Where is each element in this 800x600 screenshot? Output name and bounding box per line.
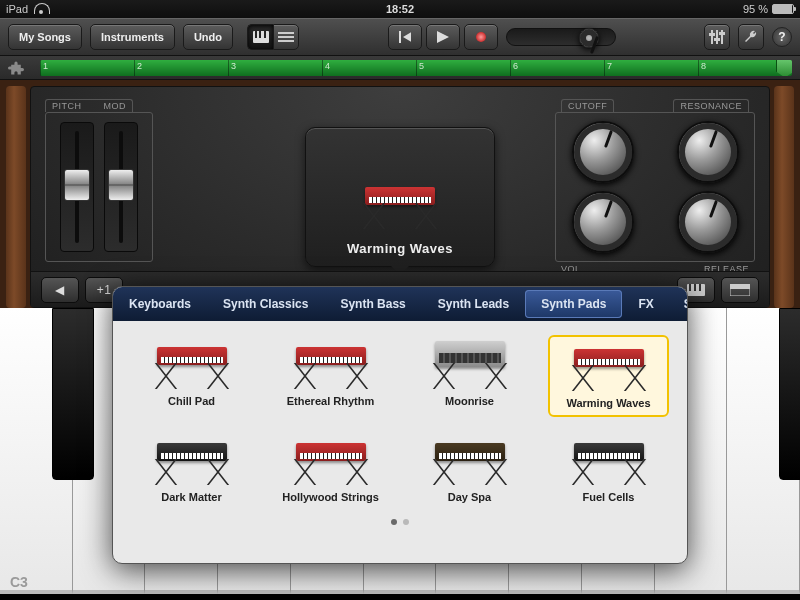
help-button[interactable]: ? — [772, 27, 792, 47]
puzzle-icon — [8, 60, 24, 76]
view-instrument-button[interactable] — [247, 24, 273, 50]
preset-grid: Chill PadEthereal RhythmMoonriseWarming … — [113, 321, 687, 515]
view-segment — [247, 24, 299, 50]
scrubber[interactable] — [506, 28, 616, 46]
page-dot[interactable] — [391, 519, 397, 525]
timeline-ruler[interactable]: 12345678 — [40, 60, 792, 76]
ruler-bar-number: 7 — [607, 61, 612, 71]
skip-back-icon — [399, 31, 411, 43]
play-button[interactable] — [426, 24, 460, 50]
preset-tab[interactable]: Synth Leads — [422, 287, 525, 321]
release-knob[interactable] — [677, 191, 739, 253]
preset-cell[interactable]: Ethereal Rhythm — [270, 335, 391, 417]
settings-button[interactable] — [738, 24, 764, 50]
piano-icon — [253, 31, 269, 43]
cutoff-knob[interactable] — [572, 121, 634, 183]
arpeggiator-button[interactable] — [721, 277, 759, 303]
svg-rect-7 — [399, 31, 401, 43]
ruler-bar-number: 5 — [419, 61, 424, 71]
instrument-area: PITCH MOD Warming Waves CUTOFF RESONANCE — [0, 80, 800, 308]
wood-side-left — [6, 86, 26, 308]
preset-cell[interactable]: Dark Matter — [131, 431, 252, 509]
svg-rect-4 — [278, 32, 294, 34]
device-label: iPad — [6, 3, 28, 15]
page-dot[interactable] — [403, 519, 409, 525]
preset-label: Chill Pad — [168, 395, 215, 407]
preset-tabs: KeyboardsSynth ClassicsSynth BassSynth L… — [113, 287, 687, 321]
svg-marker-9 — [437, 31, 449, 43]
preset-label: Ethereal Rhythm — [287, 395, 374, 407]
vol-knob[interactable] — [572, 191, 634, 253]
view-tracks-button[interactable] — [273, 24, 299, 50]
page-dots — [113, 515, 687, 529]
mixer-button[interactable] — [704, 24, 730, 50]
ruler-bar-number: 6 — [513, 61, 518, 71]
preset-cell[interactable]: Moonrise — [409, 335, 530, 417]
preset-label: Day Spa — [448, 491, 491, 503]
keyboard-layout-icon — [730, 284, 750, 296]
svg-rect-19 — [699, 284, 701, 291]
preset-label: Hollywood Strings — [282, 491, 379, 503]
resonance-label: RESONANCE — [673, 99, 749, 112]
save-button[interactable]: Save — [670, 297, 688, 311]
ruler-bar-number: 1 — [43, 61, 48, 71]
preset-tab[interactable]: Synth Pads — [525, 290, 622, 318]
scale-icon — [687, 284, 705, 296]
preset-cell[interactable]: Day Spa — [409, 431, 530, 509]
svg-rect-10 — [711, 30, 713, 44]
pitch-wheel[interactable] — [60, 122, 94, 252]
mod-label: MOD — [104, 101, 127, 111]
preset-cell[interactable]: Hollywood Strings — [270, 431, 391, 509]
resonance-knob[interactable] — [677, 121, 739, 183]
preset-display[interactable]: Warming Waves — [305, 127, 495, 267]
transport — [388, 24, 498, 50]
wifi-icon — [34, 4, 48, 14]
svg-rect-2 — [259, 31, 261, 38]
svg-rect-11 — [716, 30, 718, 44]
preset-tab[interactable]: Synth Bass — [324, 287, 421, 321]
keyboard-icon — [296, 437, 366, 485]
status-bar: iPad 18:52 95 % — [0, 0, 800, 18]
preset-cell[interactable]: Fuel Cells — [548, 431, 669, 509]
wrench-icon — [743, 29, 759, 45]
pitch-mod-group: PITCH MOD — [45, 99, 165, 262]
preset-cell[interactable]: Chill Pad — [131, 335, 252, 417]
preset-tab[interactable]: FX — [622, 287, 669, 321]
wood-side-right — [774, 86, 794, 308]
record-button[interactable] — [464, 24, 498, 50]
pitch-label: PITCH — [52, 101, 82, 111]
keyboard-icon — [157, 437, 227, 485]
section-end-handle[interactable] — [776, 60, 792, 76]
tracks-icon — [278, 31, 294, 43]
black-key[interactable] — [779, 308, 800, 480]
play-icon — [437, 31, 449, 43]
undo-button[interactable]: Undo — [183, 24, 233, 50]
preset-tab[interactable]: Keyboards — [113, 287, 207, 321]
loop-browser-button[interactable] — [0, 56, 32, 80]
keyboard-icon — [296, 341, 366, 389]
preset-label: Fuel Cells — [583, 491, 635, 503]
svg-rect-14 — [714, 38, 720, 41]
preset-name: Warming Waves — [347, 241, 453, 256]
preset-popover: KeyboardsSynth ClassicsSynth BassSynth L… — [112, 286, 688, 564]
ruler-bar-number: 3 — [231, 61, 236, 71]
black-key[interactable] — [52, 308, 94, 480]
battery-label: 95 % — [743, 3, 768, 15]
preset-label: Dark Matter — [161, 491, 222, 503]
preset-cell[interactable]: Warming Waves — [548, 335, 669, 417]
svg-rect-21 — [730, 284, 750, 289]
preset-label: Moonrise — [445, 395, 494, 407]
mod-wheel[interactable] — [104, 122, 138, 252]
mixer-icon — [709, 30, 725, 44]
my-songs-button[interactable]: My Songs — [8, 24, 82, 50]
preset-tab[interactable]: Synth Classics — [207, 287, 324, 321]
svg-rect-3 — [264, 31, 266, 38]
ruler-bar-number: 8 — [701, 61, 706, 71]
preset-keyboard-icon — [365, 181, 435, 229]
instruments-button[interactable]: Instruments — [90, 24, 175, 50]
svg-rect-17 — [689, 284, 691, 291]
octave-down-button[interactable]: ◀ — [41, 277, 79, 303]
keyboard-icon — [157, 341, 227, 389]
rewind-button[interactable] — [388, 24, 422, 50]
preset-label: Warming Waves — [566, 397, 650, 409]
